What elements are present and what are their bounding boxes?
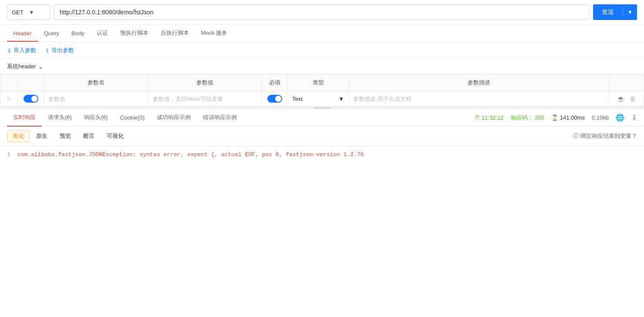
response-tab-cookie[interactable]: Cookie(0): [114, 110, 151, 126]
drag-icon[interactable]: ≡: [7, 95, 11, 102]
duration-value: 141.00ms: [560, 114, 585, 121]
view-raw-button[interactable]: 原生: [30, 130, 53, 142]
response-toolbar: 美化 原生 预览 断言 可视化 ⓘ 绑定响应结果到变量？: [0, 127, 644, 146]
row-actions-cell: ☕ 🗑: [609, 91, 644, 107]
resize-handle[interactable]: [314, 107, 331, 109]
param-name-cell: [44, 91, 148, 107]
response-code: 响应码： 200: [511, 114, 544, 122]
tab-query[interactable]: Query: [38, 26, 65, 42]
code-value: 200: [535, 114, 544, 121]
globe-icon[interactable]: 🌐: [616, 113, 624, 122]
method-value: GET: [12, 9, 29, 16]
send-dropdown-button[interactable]: ▼: [623, 4, 637, 20]
clock-icon: ⏱: [474, 114, 480, 121]
time-value: 11:32:12: [482, 114, 504, 121]
tab-post-script[interactable]: 后执行脚本: [155, 25, 195, 42]
system-header-label: 系统header: [7, 63, 36, 70]
col-actions-header: [609, 74, 644, 91]
param-toggle[interactable]: [24, 95, 38, 103]
response-time: ⏱ 11:32:12: [474, 114, 504, 121]
response-tab-realtime[interactable]: 实时响应: [7, 109, 42, 127]
response-size: 0.10kb: [592, 114, 609, 121]
code-label: 响应码：: [511, 114, 533, 121]
response-meta: ⏱ 11:32:12 响应码： 200 ⏳ 141.00ms 0.10kb 🌐 …: [474, 113, 637, 122]
required-toggle-slider: [267, 95, 282, 103]
bind-response-button[interactable]: ⓘ 绑定响应结果到变量？: [573, 132, 637, 140]
import-params-button[interactable]: ⇩ 导入参数: [7, 47, 36, 54]
view-beautify-button[interactable]: 美化: [7, 130, 30, 142]
system-header-row[interactable]: 系统header ⌄: [0, 59, 644, 74]
type-select[interactable]: Text ▼: [292, 96, 344, 102]
response-duration: ⏳ 141.00ms: [551, 114, 585, 121]
response-tab-success-example[interactable]: 成功响应示例: [151, 109, 197, 127]
tab-header[interactable]: Header: [7, 26, 38, 42]
download-icon[interactable]: ⇩: [631, 113, 637, 122]
question-icon: ⓘ: [573, 132, 579, 140]
toggle-cell: [18, 91, 44, 107]
col-required-header: 必填: [262, 74, 288, 91]
view-visualize-button[interactable]: 可视化: [101, 130, 129, 142]
main-tabs: Header Query Body 认证 预执行脚本 后执行脚本 Mock 服务: [0, 25, 644, 42]
top-bar: GET ▼ 发送 ▼: [0, 0, 644, 25]
param-name-input[interactable]: [48, 96, 144, 102]
col-desc-header: 参数描述: [349, 74, 609, 91]
export-label: 导出参数: [51, 47, 74, 54]
url-input[interactable]: [54, 4, 590, 20]
param-desc-input[interactable]: [353, 96, 604, 102]
response-tab-req-header[interactable]: 请求头(6): [42, 109, 78, 127]
export-icon: ⇧: [45, 47, 50, 54]
params-table: 参数名 参数值 必填 类型 参数描述 ≡: [0, 74, 644, 107]
tab-auth[interactable]: 认证: [91, 25, 114, 42]
response-content: 1com.alibaba.fastjson.JSONException: syn…: [0, 146, 644, 233]
response-tabs-row: 实时响应 请求头(6) 响应头(6) Cookie(0) 成功响应示例 错误响应…: [0, 109, 644, 127]
col-type-header: 类型: [288, 74, 349, 91]
view-assert-button[interactable]: 断言: [78, 130, 100, 142]
param-value-cell: [148, 91, 262, 107]
view-preview-button[interactable]: 预览: [54, 130, 77, 142]
col-toggle-header: [18, 74, 44, 91]
import-label: 导入参数: [13, 47, 36, 54]
delete-row-icon[interactable]: 🗑: [630, 95, 636, 102]
tab-mock[interactable]: Mock 服务: [195, 25, 234, 42]
export-params-button[interactable]: ⇧ 导出参数: [45, 47, 74, 54]
type-chevron-icon: ▼: [338, 96, 344, 102]
bind-label: 绑定响应结果到变量？: [580, 132, 637, 140]
desc-cell: [349, 91, 609, 107]
system-header-chevron-icon: ⌄: [38, 63, 43, 70]
method-select[interactable]: GET ▼: [7, 4, 51, 20]
response-tab-res-header[interactable]: 响应头(6): [78, 109, 114, 127]
col-drag-header: [0, 74, 18, 91]
type-value: Text: [292, 96, 303, 102]
required-cell: [262, 91, 288, 107]
send-btn-group: 发送 ▼: [593, 4, 637, 20]
response-tab-error-example[interactable]: 错误响应示例: [197, 109, 243, 127]
copy-row-icon[interactable]: ☕: [617, 95, 624, 102]
col-value-header: 参数值: [148, 74, 262, 91]
tab-body[interactable]: Body: [65, 26, 91, 42]
line-number: 1: [7, 151, 10, 158]
toggle-slider: [24, 95, 38, 103]
param-value-input[interactable]: [153, 96, 257, 102]
tab-pre-script[interactable]: 预执行脚本: [114, 25, 155, 42]
import-icon: ⇩: [7, 47, 12, 54]
actions-row: ⇩ 导入参数 ⇧ 导出参数: [0, 42, 644, 59]
response-error-text: com.alibaba.fastjson.JSONException: synt…: [17, 151, 364, 158]
drag-handle-cell: ≡: [0, 91, 18, 107]
method-chevron-icon: ▼: [29, 9, 46, 16]
col-name-header: 参数名: [44, 74, 148, 91]
required-toggle[interactable]: [267, 95, 282, 103]
send-button[interactable]: 发送: [593, 4, 623, 20]
type-cell: Text ▼: [288, 91, 349, 107]
table-row: ≡ Text: [0, 91, 644, 107]
hourglass-icon: ⏳: [551, 114, 558, 121]
